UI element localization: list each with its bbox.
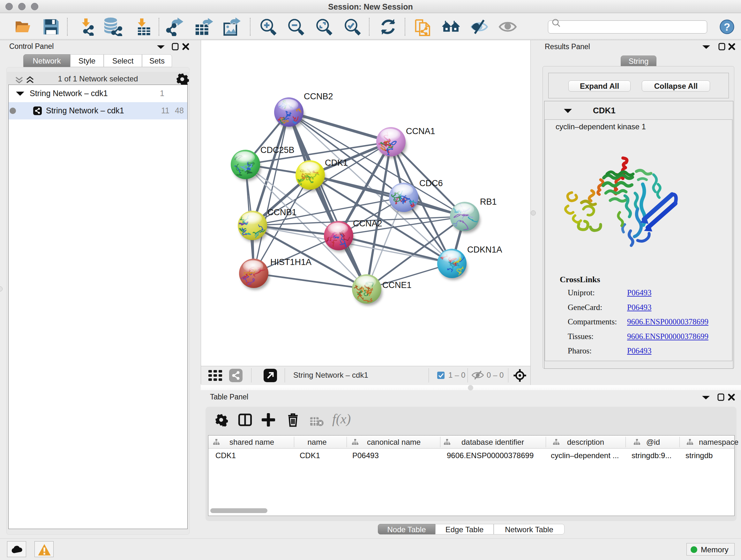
svg-text:CCNE1: CCNE1 — [382, 280, 412, 290]
svg-text:CDK1: CDK1 — [325, 158, 348, 168]
svg-text:?: ? — [724, 21, 730, 33]
svg-text:CDC6: CDC6 — [419, 179, 443, 188]
svg-text:CDC25B: CDC25B — [260, 145, 294, 155]
svg-text:CCNB1: CCNB1 — [267, 207, 297, 217]
svg-text:CCNA2: CCNA2 — [353, 219, 382, 228]
svg-text:HIST1H1A: HIST1H1A — [270, 257, 312, 267]
svg-text:CDKN1A: CDKN1A — [467, 245, 502, 254]
svg-text:CCNB2: CCNB2 — [304, 91, 333, 101]
svg-text:RB1: RB1 — [480, 197, 497, 206]
svg-text:CCNA1: CCNA1 — [406, 126, 435, 136]
